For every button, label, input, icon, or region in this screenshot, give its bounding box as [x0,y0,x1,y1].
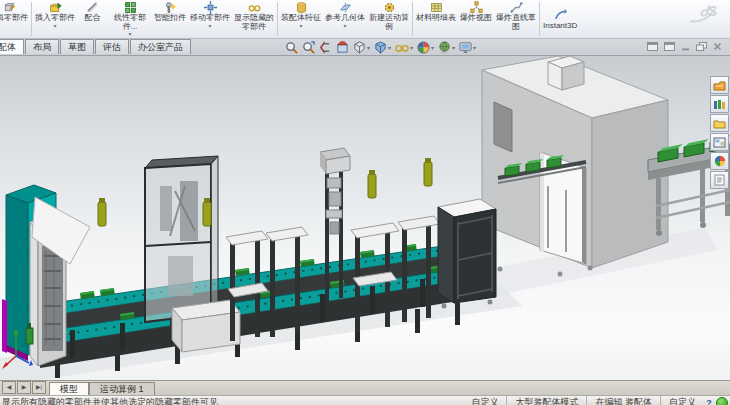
new-motion-study-label: 新建运动算例 [369,14,409,31]
commandmanager-tab-bar: 装配体 布局 草图 评估 办公室产品 ▾ [0,39,730,56]
monitor-icon [459,41,472,54]
solidworks-resources-button[interactable] [710,76,729,94]
status-message: 显示所有隐藏的零部件并使其他选定的隐藏零部件可见 [2,396,218,405]
instant3d-button[interactable]: Instant3D [541,0,579,38]
cascade-windows-icon[interactable] [696,42,707,51]
ribbon-separator [539,2,540,36]
exploded-view-button[interactable]: 爆炸视图 [458,0,494,38]
smart-fasteners-button[interactable]: 智能扣件 [152,0,188,38]
assembly-features-button[interactable]: 装配体特征 ▾ [279,0,323,38]
dropdown-arrow-icon[interactable]: ▾ [343,23,346,29]
minimize-icon[interactable] [681,42,690,51]
bill-of-materials-button[interactable]: 材料明细表 [414,0,458,38]
dropdown-arrow-icon[interactable]: ▾ [128,31,131,37]
gray-bin[interactable] [172,300,240,352]
rooftop-box[interactable] [548,56,584,90]
restore-window-icon[interactable] [647,42,658,51]
display-style-button[interactable]: ▾ [372,41,393,54]
instant3d-icon [554,9,567,22]
task-pane-strip [710,76,729,189]
shaded-cube-icon [374,41,387,54]
view-cube-icon [353,41,366,54]
tab-scroll-buttons: ◀ ▶ ▶| [2,381,46,394]
view-settings-button[interactable]: ▾ [457,41,478,54]
heads-up-view-toolbar: ▾ ▾ ▾ ▾ ▾ ▾ [283,40,478,54]
magnifier-icon [285,41,298,54]
tab-assembly[interactable]: 装配体 [0,39,24,54]
tab-motion-study-1[interactable]: 运动算例 1 [89,382,155,395]
dropdown-arrow-icon[interactable]: ▾ [388,44,391,51]
insert-components-button[interactable]: 插入零部件 ▾ [33,0,77,38]
explode-line-sketch-button[interactable]: 爆炸直线草图 [494,0,538,38]
tab-sketch[interactable]: 草图 [60,39,94,54]
previous-view-icon [319,41,332,54]
design-library-button[interactable] [710,95,729,113]
file-explorer-button[interactable] [710,114,729,132]
edit-component-label: 编辑零部件 [0,14,28,23]
home-folder-icon [713,80,726,91]
help-badge[interactable]: ? [704,398,714,405]
tab-model[interactable]: 模型 [49,382,89,395]
main-enclosure-machine[interactable] [482,56,668,277]
folder-icon [713,118,726,129]
dropdown-arrow-icon[interactable]: ▾ [473,44,476,51]
linear-component-pattern-button[interactable]: 线性零部件... ▾ [108,0,152,38]
green-bottle-part[interactable] [26,328,33,344]
tab-office-products[interactable]: 办公室产品 [130,39,191,54]
svg-text:ᏧS: ᏧS [700,3,718,19]
previous-view-button[interactable] [317,41,334,54]
scroll-tabs-end-button[interactable]: ▶| [32,381,46,394]
dropdown-arrow-icon[interactable]: ▾ [452,44,455,51]
graphics-area[interactable] [0,56,730,380]
ribbon-separator [412,2,413,36]
dropdown-arrow-icon[interactable]: ▾ [53,23,56,29]
dropdown-arrow-icon[interactable]: ▾ [299,23,302,29]
reference-geometry-button[interactable]: 参考几何体 ▾ [323,0,367,38]
restore-window-icon[interactable] [664,42,675,51]
tab-evaluate[interactable]: 评估 [95,39,129,54]
edit-component-button[interactable]: 编辑零部件 [0,0,30,38]
dark-cabinet[interactable] [438,199,496,309]
scroll-tabs-left-button[interactable]: ◀ [2,381,16,394]
document-properties-icon [714,174,725,186]
dropdown-arrow-icon[interactable]: ▾ [208,23,211,29]
apply-scene-button[interactable]: ▾ [436,41,457,54]
mate-label: 配合 [85,14,101,23]
mate-button[interactable]: 配合 [77,0,108,38]
clear-guard-tower[interactable] [145,156,218,322]
view-orientation-button[interactable]: ▾ [351,41,372,54]
model-motion-tab-bar: ◀ ▶ ▶| 模型 运动算例 1 [0,380,730,395]
dropdown-arrow-icon[interactable]: ▾ [431,44,434,51]
status-config: 自定义 [471,396,498,405]
show-hidden-components-button[interactable]: 显示隐藏的零部件 [232,0,276,38]
reference-geometry-label: 参考几何体 [325,14,365,23]
close-icon[interactable] [713,42,722,51]
zoom-to-fit-button[interactable] [283,41,300,54]
show-hidden-components-label: 显示隐藏的零部件 [234,14,274,31]
new-motion-study-button[interactable]: 新建运动算例 [367,0,411,38]
custom-properties-button[interactable] [710,171,729,189]
dropdown-arrow-icon[interactable]: ▾ [410,44,413,51]
units-selector[interactable]: 自定义 [660,396,696,405]
scroll-tabs-right-button[interactable]: ▶ [17,381,31,394]
dassault-systemes-logo: ᏧS [684,1,724,27]
status-bar: 显示所有隐藏的零部件并使其他选定的隐藏零部件可见 自定义 大型装配体模式 在编辑… [0,395,730,405]
bill-of-materials-label: 材料明细表 [416,14,456,23]
ribbon-separator [277,2,278,36]
dropdown-arrow-icon[interactable]: ▾ [367,44,370,51]
magnifier-area-icon [302,41,315,54]
ribbon-tabs: 装配体 布局 草图 评估 办公室产品 [0,39,192,54]
appearances-button[interactable] [710,152,729,170]
section-view-button[interactable] [334,41,351,54]
edit-appearance-button[interactable]: ▾ [415,41,436,54]
color-ball-icon [714,155,726,167]
notification-badge [716,397,728,405]
assembly-features-label: 装配体特征 [281,14,321,23]
hide-show-items-button[interactable]: ▾ [393,41,415,54]
assembly-3d-scene [0,56,730,380]
view-palette-button[interactable] [710,133,729,151]
tab-layout[interactable]: 布局 [25,39,59,54]
move-component-button[interactable]: 移动零部件 ▾ [188,0,232,38]
instant3d-label: Instant3D [543,22,577,31]
zoom-to-area-button[interactable] [300,41,317,54]
